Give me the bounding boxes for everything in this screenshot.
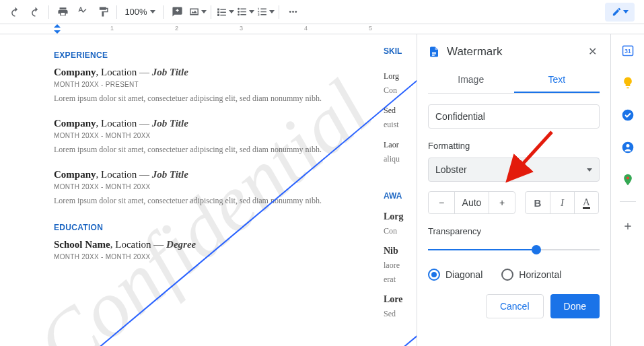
svg-point-2 [238,13,240,15]
svg-point-4 [292,11,294,13]
first-line-indent[interactable] [54,24,61,28]
transparency-slider[interactable] [428,243,600,256]
font-select-value: Lobster [435,164,467,175]
tab-text[interactable]: Text [514,69,600,93]
watermark-panel: Watermark ✕ Image Text Formatting Lobste… [417,34,610,346]
keep-icon[interactable] [621,76,635,90]
resume-entry[interactable]: Company, Location — Job Title MONTH 20XX… [54,169,353,207]
redo-button[interactable] [26,3,44,22]
bulleted-list-button[interactable] [236,3,254,22]
bold-button[interactable]: B [526,192,550,213]
docs-icon [428,44,440,59]
maps-icon[interactable] [621,173,635,186]
transparency-label: Transparency [428,226,600,236]
size-increase-button[interactable]: + [489,192,515,213]
zoom-select[interactable]: 100% [121,7,159,17]
panel-title: Watermark [447,45,579,59]
resume-entry[interactable]: Company, Location — Job Title MONTH 20XX… [54,67,353,104]
svg-text:31: 31 [624,48,631,55]
image-insert-button[interactable] [188,3,207,22]
text-color-button[interactable]: A [574,192,598,213]
font-select[interactable]: Lobster [428,158,600,182]
contacts-icon[interactable] [621,141,635,154]
orientation-horizontal[interactable]: Horizontal [501,269,561,281]
orientation-diagonal[interactable]: Diagonal [428,269,482,281]
text-style-group: B I A [525,191,599,214]
document-page[interactable]: Confidential EXPERIENCE Company, Locatio… [11,34,396,346]
more-button[interactable] [283,3,302,22]
clipped-right-column: SKIL Lorg Con Sed euist Laor aliqu AWA L… [384,46,404,322]
size-decrease-button[interactable]: − [429,192,454,213]
toolbar: 100% [0,0,644,24]
font-size-stepper: − Auto + [428,191,515,214]
chevron-down-icon [587,168,592,172]
svg-point-10 [626,144,629,147]
slider-thumb[interactable] [532,245,541,254]
undo-button[interactable] [5,3,24,22]
checklist-button[interactable] [215,3,234,22]
close-icon[interactable]: ✕ [585,42,600,61]
italic-button[interactable]: I [550,192,574,213]
spellcheck-button[interactable] [73,3,92,22]
cancel-button[interactable]: Cancel [486,294,544,318]
add-comment-button[interactable] [168,3,186,22]
svg-point-11 [626,176,629,179]
formatting-label: Formatting [428,141,600,151]
svg-point-5 [295,11,297,13]
svg-point-0 [238,8,240,10]
section-head-education: EDUCATION [54,223,353,232]
svg-point-1 [238,11,240,13]
numbered-list-button[interactable] [256,3,275,22]
section-head-experience: EXPERIENCE [54,50,353,60]
document-canvas[interactable]: Confidential EXPERIENCE Company, Locatio… [0,34,417,346]
resume-entry[interactable]: Company, Location — Job Title MONTH 20XX… [54,118,353,155]
resume-entry[interactable]: School Name, Location — Degree MONTH 20X… [54,239,353,261]
tab-image[interactable]: Image [428,69,514,93]
svg-point-3 [289,11,291,13]
add-on-icon[interactable] [622,221,633,232]
ruler[interactable]: 1 2 3 4 5 [0,24,644,34]
watermark-tabs: Image Text [428,69,600,94]
calendar-icon[interactable]: 31 [621,44,635,57]
done-button[interactable]: Done [550,294,600,318]
radio-icon [501,269,513,281]
tasks-icon[interactable] [621,108,635,122]
left-indent[interactable] [54,30,61,34]
print-button[interactable] [53,3,72,22]
radio-icon [428,269,440,281]
editing-mode-button[interactable] [605,3,635,22]
paint-format-button[interactable] [94,3,112,22]
rail-divider [620,201,636,202]
size-value[interactable]: Auto [454,192,489,213]
side-rail: 31 [610,34,644,346]
watermark-text-input[interactable] [428,104,600,129]
